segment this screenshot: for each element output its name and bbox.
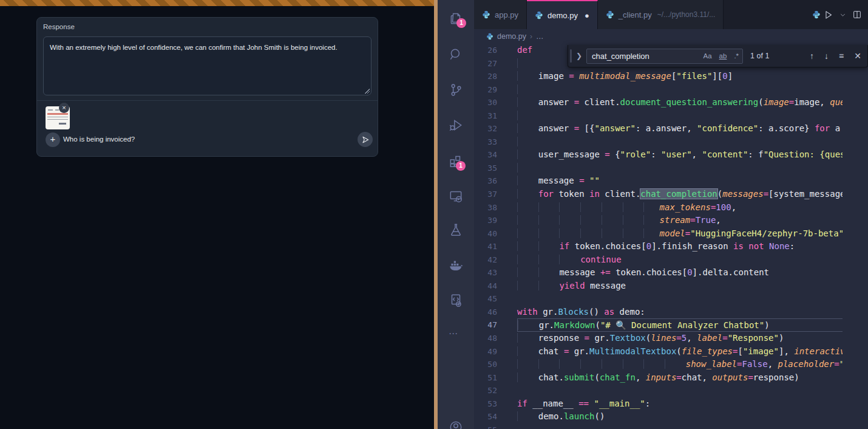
- line-number: 53: [474, 397, 517, 411]
- line-number: 30: [474, 96, 517, 109]
- code-line: 30 answer = client.document_question_ans…: [474, 96, 843, 109]
- code-line: 41 if token.choices[0].finish_reason is …: [474, 240, 843, 253]
- line-number: 33: [474, 136, 517, 149]
- response-textarea[interactable]: With an extremely high level of confiden…: [43, 36, 371, 95]
- split-editor-button[interactable]: [852, 10, 862, 19]
- code-runner-icon[interactable]: [448, 292, 464, 308]
- code-line: 36 message = "": [474, 174, 843, 188]
- code-line: 54 demo.launch(): [474, 410, 843, 424]
- find-query-text[interactable]: chat_completion: [587, 52, 699, 61]
- line-content: response = gr.Textbox(lines=5, label="Re…: [517, 332, 843, 345]
- breadcrumb-more[interactable]: …: [536, 32, 544, 41]
- line-number: 29: [474, 83, 517, 97]
- tab-client-py[interactable]: _client.py ~/.../python3.11/...: [598, 0, 724, 29]
- line-number: 41: [474, 240, 517, 253]
- code-line: 53if __name__ == "__main__":: [474, 397, 843, 411]
- line-number: 34: [474, 148, 517, 162]
- close-find-button[interactable]: ✕: [854, 51, 861, 61]
- testing-flask-icon[interactable]: [448, 222, 464, 238]
- tab-demo-py[interactable]: demo.py ●: [527, 0, 598, 29]
- extensions-badge: 1: [456, 161, 466, 171]
- code-line: 48 response = gr.Textbox(lines=5, label=…: [474, 332, 843, 345]
- line-content: yield message: [517, 280, 843, 293]
- code-line: 45: [474, 292, 843, 306]
- code-line: 51 chat.submit(chat_fn, inputs=chat, out…: [474, 371, 843, 385]
- gradio-app-panel: Response With an extremely high level of…: [0, 0, 434, 429]
- run-python-file-button[interactable]: [823, 10, 833, 20]
- code-line: 47 gr.Markdown("# 🔍 Document Analyzer Ch…: [474, 318, 843, 332]
- code-line: 34 user_message = {"role": "user", "cont…: [474, 148, 843, 162]
- line-content: [517, 384, 843, 397]
- line-content: gr.Markdown("# 🔍 Document Analyzer Chatb…: [517, 318, 843, 332]
- next-match-button[interactable]: ↓: [824, 51, 829, 61]
- window-accent-bar: [0, 0, 434, 6]
- line-content: stream=True,: [517, 214, 843, 227]
- code-line: 33: [474, 136, 843, 149]
- tab-app-py[interactable]: app.py: [474, 0, 527, 29]
- tab-description: ~/.../python3.11/...: [657, 10, 716, 19]
- breadcrumb[interactable]: demo.py › …: [474, 29, 868, 44]
- dirty-indicator-icon[interactable]: ●: [585, 11, 589, 20]
- line-content: [517, 109, 843, 123]
- code-line: 31: [474, 109, 843, 123]
- run-dropdown-chevron-icon[interactable]: [839, 12, 846, 18]
- code-line: 46with gr.Blocks() as demo:: [474, 306, 843, 319]
- line-content: for token in client.chat_completion(mess…: [517, 188, 843, 201]
- code-line: 50 show_label=False, placeholder="...": [474, 358, 843, 371]
- line-number: 39: [474, 214, 517, 227]
- line-content: image = multimodal_message["files"][0]: [517, 70, 843, 83]
- match-case-button[interactable]: Aa: [700, 52, 716, 60]
- code-line: 38 max_tokens=100,: [474, 201, 843, 214]
- search-icon[interactable]: [448, 47, 464, 63]
- previous-match-button[interactable]: ↑: [810, 51, 814, 61]
- line-number: 55: [474, 424, 517, 429]
- line-number: 37: [474, 188, 517, 201]
- activity-bar: 1 1: [438, 0, 474, 429]
- whole-word-button[interactable]: ab: [716, 52, 731, 60]
- line-content: [517, 162, 843, 175]
- line-number: 51: [474, 371, 517, 385]
- find-input[interactable]: chat_completion Aa ab .*: [586, 49, 743, 64]
- code-line: 52: [474, 384, 843, 397]
- remove-image-button[interactable]: ×: [59, 103, 69, 113]
- docker-icon[interactable]: [448, 257, 464, 273]
- editor-actions: [821, 0, 868, 29]
- line-number: 52: [474, 384, 517, 397]
- vscode-window: 1 1: [438, 0, 868, 429]
- line-number: 38: [474, 201, 517, 214]
- line-content: [517, 292, 843, 306]
- python-icon: [812, 10, 821, 21]
- regex-button[interactable]: .*: [730, 52, 742, 60]
- add-file-button[interactable]: +: [46, 132, 60, 147]
- find-in-selection-button[interactable]: ≡: [839, 51, 844, 61]
- source-control-icon[interactable]: [448, 82, 464, 98]
- tab-bar: app.py demo.py ● _client.py ~/.../python…: [474, 0, 868, 29]
- line-number: 49: [474, 345, 517, 359]
- line-content: message = "": [517, 174, 843, 188]
- run-debug-icon[interactable]: [448, 117, 464, 133]
- explorer-icon[interactable]: 1: [448, 10, 464, 26]
- resize-handle-icon[interactable]: [364, 88, 370, 94]
- line-content: [517, 83, 843, 97]
- remote-explorer-icon[interactable]: [448, 188, 464, 204]
- tab-label: demo.py: [548, 11, 578, 20]
- line-content: max_tokens=100,: [517, 201, 843, 214]
- chat-input-text[interactable]: Who is being invoiced?: [63, 136, 135, 143]
- explorer-badge: 1: [456, 18, 466, 28]
- extensions-icon[interactable]: 1: [448, 153, 464, 169]
- code-line: 43 message += token.choices[0].delta.con…: [474, 266, 843, 280]
- account-icon[interactable]: [448, 420, 464, 429]
- send-button[interactable]: [358, 132, 373, 147]
- line-number: 26: [474, 44, 517, 57]
- toggle-replace-chevron-icon[interactable]: ❯: [572, 52, 586, 60]
- line-number: 27: [474, 57, 517, 70]
- code-line: 28 image = multimodal_message["files"][0…: [474, 70, 843, 83]
- python-icon: [606, 10, 614, 19]
- line-number: 54: [474, 410, 517, 424]
- line-number: 40: [474, 227, 517, 241]
- python-icon: [535, 11, 543, 19]
- breadcrumb-file[interactable]: demo.py: [497, 32, 526, 41]
- code-editor[interactable]: 26def27 28 image = multimodal_message["f…: [474, 44, 843, 429]
- line-number: 28: [474, 70, 517, 83]
- more-actions-icon[interactable]: ⋯: [449, 328, 459, 339]
